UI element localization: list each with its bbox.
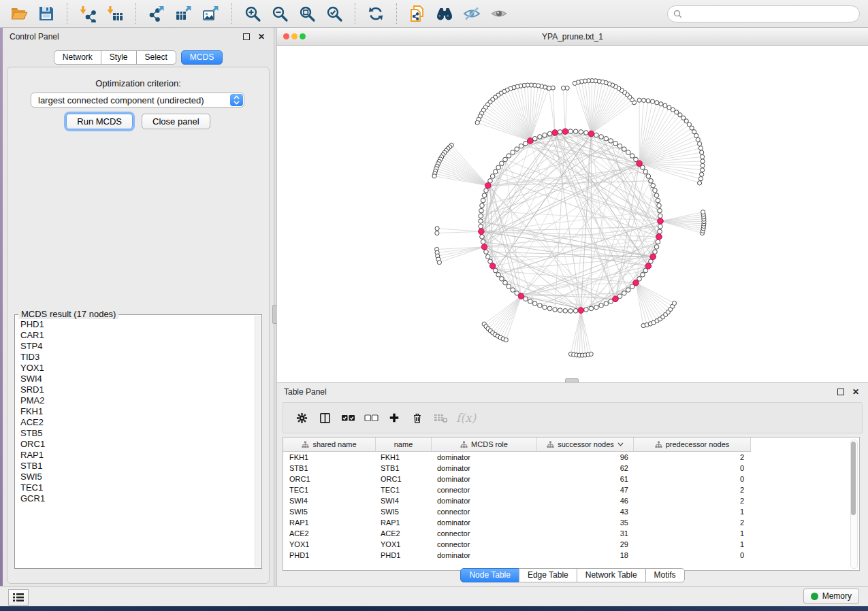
export-table-icon[interactable]: [174, 3, 194, 24]
table-scrollbar[interactable]: [850, 440, 858, 569]
table-cell[interactable]: dominator: [432, 551, 537, 559]
export-image-icon[interactable]: [201, 3, 221, 24]
table-cell[interactable]: connector: [432, 529, 537, 538]
zoom-selected-icon[interactable]: [324, 3, 344, 24]
table-cell[interactable]: 29: [537, 540, 634, 548]
mcds-result-item[interactable]: RAP1: [20, 450, 261, 461]
table-cell[interactable]: 1: [634, 529, 751, 538]
memory-button[interactable]: Memory: [803, 589, 859, 604]
zoom-out-icon[interactable]: [270, 3, 290, 24]
table-cell[interactable]: 61: [537, 475, 634, 483]
table-row[interactable]: RAP1RAP1dominator352: [283, 517, 859, 528]
table-cell[interactable]: RAP1: [376, 518, 432, 527]
table-cell[interactable]: ACE2: [376, 529, 432, 538]
open-file-icon[interactable]: [9, 3, 29, 24]
select-all-icon[interactable]: [339, 407, 357, 429]
table-cell[interactable]: 2: [634, 497, 751, 505]
network-window-titlebar[interactable]: YPA_prune.txt_1: [277, 28, 868, 46]
zoom-in-icon[interactable]: [242, 3, 263, 24]
table-cell[interactable]: 0: [634, 551, 751, 559]
column-header-name[interactable]: name: [376, 437, 432, 451]
table-cell[interactable]: 1: [634, 508, 751, 516]
table-cell[interactable]: dominator: [432, 453, 537, 461]
table-cell[interactable]: SWI4: [376, 497, 432, 505]
import-network-icon[interactable]: [78, 3, 98, 24]
mcds-result-item[interactable]: CAR1: [20, 330, 261, 341]
table-cell[interactable]: 46: [537, 497, 634, 505]
table-scrollbar-thumb[interactable]: [851, 442, 856, 515]
save-session-icon[interactable]: [36, 3, 57, 24]
table-cell[interactable]: FKH1: [376, 453, 432, 461]
mcds-result-item[interactable]: STB1: [20, 461, 261, 472]
tab-node-table[interactable]: Node Table: [460, 568, 519, 582]
table-row[interactable]: ORC1ORC1dominator610: [283, 474, 859, 484]
tab-network[interactable]: Network: [54, 50, 101, 65]
table-cell[interactable]: SWI5: [283, 508, 376, 516]
import-table-icon[interactable]: [105, 3, 125, 24]
table-cell[interactable]: 96: [537, 453, 634, 461]
task-history-button[interactable]: [8, 589, 29, 606]
tab-motifs[interactable]: Motifs: [645, 568, 685, 582]
table-cell[interactable]: connector: [432, 540, 537, 548]
mcds-result-item[interactable]: SWI5: [20, 472, 261, 482]
window-minimize-icon[interactable]: [291, 33, 298, 39]
table-row[interactable]: SWI4SWI4dominator462: [283, 495, 859, 506]
table-cell[interactable]: SWI4: [283, 497, 376, 505]
hide-selected-icon[interactable]: [462, 3, 482, 24]
settings-gear-icon[interactable]: [293, 407, 310, 429]
table-cell[interactable]: 1: [634, 540, 751, 548]
tab-mcds[interactable]: MCDS: [181, 50, 223, 65]
table-cell[interactable]: TEC1: [283, 486, 376, 494]
table-cell[interactable]: STB1: [283, 464, 376, 472]
table-cell[interactable]: dominator: [432, 497, 537, 505]
close-panel-button[interactable]: Close panel: [142, 114, 210, 129]
table-cell[interactable]: dominator: [432, 464, 537, 472]
table-cell[interactable]: dominator: [432, 475, 537, 483]
table-row[interactable]: FKH1FKH1dominator962: [283, 452, 859, 463]
zoom-fit-icon[interactable]: [297, 3, 317, 24]
refresh-icon[interactable]: [366, 3, 386, 24]
table-cell[interactable]: YOX1: [376, 540, 432, 548]
column-header-successor-nodes[interactable]: successor nodes: [537, 437, 634, 451]
result-scrollbar[interactable]: [255, 316, 261, 567]
table-cell[interactable]: 47: [537, 486, 634, 494]
window-zoom-icon[interactable]: [300, 33, 306, 39]
deselect-all-icon[interactable]: [362, 407, 380, 429]
column-header-MCDS-role[interactable]: MCDS role: [432, 437, 537, 451]
table-row[interactable]: ACE2ACE2connector311: [283, 528, 859, 539]
close-table-panel-icon[interactable]: ✕: [850, 386, 861, 397]
mcds-result-item[interactable]: STB5: [20, 428, 261, 439]
mcds-result-item[interactable]: SRD1: [20, 384, 261, 395]
tab-network-table[interactable]: Network Table: [577, 568, 646, 582]
split-panel-icon[interactable]: [316, 407, 334, 429]
mcds-result-item[interactable]: YOX1: [20, 363, 261, 374]
add-column-icon[interactable]: [385, 407, 403, 429]
table-cell[interactable]: PHD1: [283, 551, 376, 559]
mcds-result-item[interactable]: TEC1: [20, 482, 261, 493]
table-cell[interactable]: 43: [537, 508, 634, 516]
mcds-result-item[interactable]: ACE2: [20, 417, 261, 428]
tab-edge-table[interactable]: Edge Table: [519, 568, 577, 582]
network-canvas[interactable]: [277, 45, 868, 382]
table-cell[interactable]: connector: [432, 486, 537, 494]
export-network-icon[interactable]: [146, 3, 167, 24]
tab-select[interactable]: Select: [136, 50, 176, 65]
search-input[interactable]: [686, 9, 859, 20]
table-row[interactable]: PHD1PHD1dominator180: [283, 550, 859, 561]
table-cell[interactable]: 0: [634, 464, 751, 472]
table-row[interactable]: TEC1TEC1connector472: [283, 484, 859, 495]
table-cell[interactable]: RAP1: [283, 518, 376, 527]
run-mcds-button[interactable]: Run MCDS: [66, 114, 133, 129]
table-cell[interactable]: connector: [432, 508, 537, 516]
table-cell[interactable]: ORC1: [376, 475, 432, 483]
table-cell[interactable]: STB1: [376, 464, 432, 472]
mcds-result-item[interactable]: PMA2: [20, 395, 261, 406]
window-close-icon[interactable]: [283, 33, 289, 39]
table-row[interactable]: STB1STB1dominator620: [283, 463, 859, 474]
float-panel-icon[interactable]: [241, 31, 252, 42]
dropdown-stepper-icon[interactable]: [230, 94, 243, 106]
table-cell[interactable]: FKH1: [283, 453, 376, 461]
table-row[interactable]: YOX1YOX1connector291: [283, 539, 859, 550]
table-cell[interactable]: 0: [634, 475, 751, 483]
table-cell[interactable]: ACE2: [283, 529, 376, 538]
